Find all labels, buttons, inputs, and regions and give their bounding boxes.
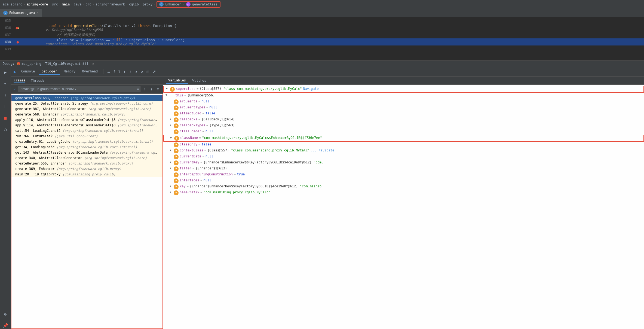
stack-frame[interactable]: generate:568, Enhancer (org.springframew… xyxy=(11,112,162,117)
debug-arrow-icon: ▶ xyxy=(18,26,20,30)
variable-callbacktypes[interactable]: ▶ f callbackTypes = {Type[1]@563} xyxy=(163,123,644,129)
toolbar-btn-step-into[interactable]: ⤵ xyxy=(117,69,121,74)
var-equals: = xyxy=(200,190,202,194)
variable-callbacks[interactable]: ▶ f callbacks = {Callback[1]@614} xyxy=(163,117,644,123)
variable-currentdata[interactable]: f currentData = null xyxy=(163,154,644,160)
stack-frame[interactable]: generate:25, DefaultGeneratorStrategy (o… xyxy=(11,101,162,106)
pause-icon[interactable]: ⏸ xyxy=(2,103,9,110)
var-value: null xyxy=(206,154,213,158)
stack-frame[interactable]: generate:387, AbstractClassGenerator (or… xyxy=(11,106,162,112)
settings-icon[interactable]: ⚙ xyxy=(2,310,9,318)
stack-frame[interactable]: create:340, AbstractClassGenerator (org.… xyxy=(11,155,162,161)
right-panel: Variables Watches ▶ f superclass = {Clas… xyxy=(163,77,644,329)
stop-icon[interactable]: ■ xyxy=(2,114,9,121)
expander-icon[interactable]: ▶ xyxy=(166,87,170,90)
toolbar-btn-align[interactable]: ≡ xyxy=(106,69,111,75)
toolbar-btn-rerun[interactable]: ↺ xyxy=(134,69,139,75)
thread-filter-button[interactable]: ⊞ xyxy=(156,86,160,92)
tab-memory[interactable]: Memory xyxy=(61,68,78,75)
line-number: 639 xyxy=(0,47,14,51)
stack-frame[interactable]: apply:116, AbstractClassGenerator$ClassL… xyxy=(11,117,162,123)
variable-interfaces[interactable]: f interfaces = null xyxy=(163,178,644,184)
field-icon: f xyxy=(174,111,179,116)
toolbar-btn-table[interactable]: ⊞ xyxy=(145,69,150,75)
stack-frame[interactable]: generateClass:638, Enhancer (org.springf… xyxy=(11,95,162,101)
variable-key[interactable]: ▶ f key = {Enhancer$EnhancerKey$$KeyFact… xyxy=(163,184,644,190)
tab-close-button[interactable]: × xyxy=(36,11,38,14)
expander-icon[interactable]: ▶ xyxy=(170,117,174,120)
tab-overhead[interactable]: Overhead xyxy=(79,68,100,75)
frame-package: (java.util.concurrent) xyxy=(55,134,98,138)
stack-frame[interactable]: createEntry:61, LoadingCache (org.spring… xyxy=(11,139,162,144)
variable-filter[interactable]: ▶ f filter = {Enhancer$1@613} xyxy=(163,166,644,172)
toolbar-btn-restore[interactable]: ⤢ xyxy=(151,69,157,75)
thread-up-button[interactable]: ↑ xyxy=(143,86,147,92)
tab-threads[interactable]: Threads xyxy=(31,79,45,83)
breadcrumb-generateclass[interactable]: generateClass xyxy=(192,2,218,6)
expander-icon[interactable]: ▶ xyxy=(170,136,174,139)
pin-icon[interactable]: 📌 xyxy=(2,322,9,329)
toolbar-btn-step-out[interactable]: ⬆ xyxy=(122,69,127,74)
variable-classonly[interactable]: f classOnly = false xyxy=(163,142,644,148)
breadcrumb-item: aca_spring xyxy=(3,2,22,6)
stack-frame[interactable]: createHelper:556, Enhancer (org.springfr… xyxy=(11,161,162,166)
var-value-string: "com.mashib xyxy=(298,184,321,188)
variable-superclass[interactable]: ▶ f superclass = {Class@557} "class com.… xyxy=(163,86,644,93)
stack-frame[interactable]: apply:114, AbstractClassGenerator$ClassL… xyxy=(11,123,162,128)
variable-interceptduringconstruction[interactable]: f interceptDuringConstruction = true xyxy=(163,172,644,178)
navigate-link[interactable]: Navigate xyxy=(303,87,319,91)
expander-icon[interactable]: ▶ xyxy=(170,166,174,169)
frame-method-name: main:20, T19_CglibProxy xyxy=(15,172,60,176)
stack-frame[interactable]: call:54, LoadingCache$2 (org.springframe… xyxy=(11,128,162,133)
expander-icon[interactable]: ▶ xyxy=(170,123,174,126)
variable-classloader[interactable]: f classLoader = null xyxy=(163,129,644,135)
toolbar-btn-jump[interactable]: ↗ xyxy=(139,69,144,75)
stack-frame[interactable]: get:34, LoadingCache (org.springframewor… xyxy=(11,144,162,150)
frame-method-name: run:266, FutureTask xyxy=(15,134,53,138)
variable-nameprefix[interactable]: ▶ f namePrefix = "com.mashibing.proxy.cg… xyxy=(163,190,644,196)
step-over-icon[interactable]: ↷ xyxy=(2,80,9,87)
breadcrumb-bar: aca_spring › spring-core › src › main › … xyxy=(0,0,644,9)
thread-select-dropdown[interactable]: "main"@1 in group "main": RUNNING xyxy=(18,86,140,92)
toolbar-btn-run-cursor[interactable]: ⬇ xyxy=(128,69,132,74)
var-equals: = xyxy=(184,93,186,97)
expander-icon[interactable]: ▼ xyxy=(165,93,169,96)
tab-debugger[interactable]: Debugger xyxy=(39,68,60,75)
toolbar-separator xyxy=(103,69,103,74)
tab-enhancer-java[interactable]: C Enhancer.java × xyxy=(0,9,42,17)
variable-currentkey[interactable]: ▶ f currentKey = {Enhancer$EnhancerKey$$… xyxy=(163,160,644,166)
tab-frames[interactable]: Frames xyxy=(14,78,25,83)
stack-frame[interactable]: run:266, FutureTask (java.util.concurren… xyxy=(11,133,162,139)
navigate-link[interactable]: ... Navigate xyxy=(311,148,335,152)
checkmark-icon: ✓ xyxy=(14,87,16,91)
thread-down-button[interactable]: ↓ xyxy=(149,86,154,92)
close-session-button[interactable]: × xyxy=(92,62,94,66)
field-icon: f xyxy=(174,99,179,104)
stack-frame[interactable]: get:143, AbstractClassGenerator$ClassLoa… xyxy=(11,150,162,155)
stack-frame[interactable]: create:369, Enhancer (org.springframewor… xyxy=(11,166,162,172)
variable-this[interactable]: ▼ this = {Enhancer@556} xyxy=(163,93,644,99)
var-equals: = xyxy=(202,154,204,158)
tab-console[interactable]: Console xyxy=(19,68,38,75)
variable-attemptload[interactable]: f attemptLoad = false xyxy=(163,111,644,117)
step-into-icon[interactable]: ↓ xyxy=(2,92,9,99)
variable-argumenttypes[interactable]: f argumentTypes = null xyxy=(163,105,644,111)
tab-variables[interactable]: Variables xyxy=(166,77,188,84)
variable-classname[interactable]: ▶ f className = "com.mashibing.proxy.cgl… xyxy=(163,135,644,142)
expander-icon[interactable]: ▶ xyxy=(170,160,174,163)
expander-icon[interactable]: ▶ xyxy=(170,184,174,187)
resume-icon[interactable]: ▶ xyxy=(2,69,9,76)
tab-watches[interactable]: Watches xyxy=(190,78,208,84)
expander-icon[interactable]: ▶ xyxy=(170,148,174,151)
expander-icon[interactable]: ▶ xyxy=(170,190,174,193)
stack-frame[interactable]: main:20, T19_CglibProxy (com.mashibing.p… xyxy=(11,172,162,177)
class-icon: C xyxy=(159,2,164,7)
variable-arguments[interactable]: f arguments = null xyxy=(163,99,644,105)
toolbar-btn-step-over[interactable]: ⤴ xyxy=(112,69,116,74)
method-icon: m xyxy=(186,2,191,7)
var-value: {Type[1]@563} xyxy=(209,123,235,127)
variable-contextclass[interactable]: ▶ f contextClass = {Class@557} "class co… xyxy=(163,148,644,154)
var-value: null xyxy=(203,178,211,182)
mute-icon[interactable]: ○ xyxy=(2,126,9,133)
breadcrumb-enhancer[interactable]: Enhancer xyxy=(165,2,181,6)
